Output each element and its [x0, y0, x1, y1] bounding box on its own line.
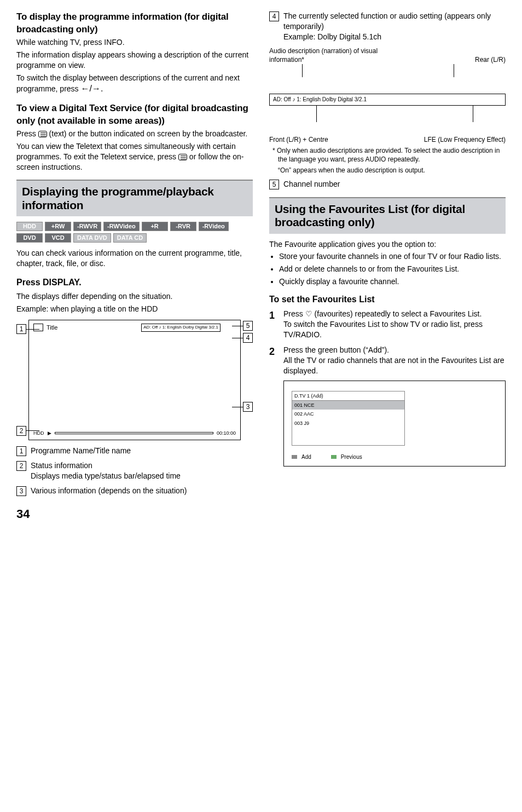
- dolby-label-rear: Rear (L/R): [475, 55, 506, 64]
- heading-press-display: Press DISPLAY.: [16, 277, 253, 289]
- text-fragment: To switch the display between descriptio…: [16, 73, 240, 94]
- section-banner: Displaying the programme/playback inform…: [16, 180, 253, 216]
- item-number-3: 3: [16, 486, 26, 496]
- badge-vcd: VCD: [45, 233, 71, 243]
- callout-1: 1: [16, 324, 26, 334]
- display-diagram: Title AD: Off ♪ 1: English Dolby Digital…: [28, 320, 241, 440]
- green-button-icon: [292, 455, 297, 459]
- item-2-title: Status information: [31, 460, 253, 471]
- text: You can check various information on the…: [16, 248, 253, 269]
- favourites-add-label: Add: [301, 453, 311, 461]
- text: Example: when playing a title on the HDD: [16, 304, 253, 314]
- text-fragment: Press: [16, 129, 38, 138]
- step-1-text-a: Press: [283, 309, 305, 318]
- text: While watching TV, press INFO.: [16, 37, 253, 48]
- diagram-audio-info: AD: Off ♪ 1: English Dolby Digital 3/2.1: [141, 324, 221, 332]
- page-number: 34: [0, 506, 522, 533]
- badge-datadvd: DATA DVD: [73, 233, 111, 243]
- favourites-list-header: D.TV 1 (Add): [292, 391, 404, 401]
- item-4-text: The currently selected function or audio…: [283, 11, 506, 32]
- step-1-text-c: To switch the Favourites List to show TV…: [283, 319, 506, 340]
- footnote-audio-description: * Only when audio descriptions are provi…: [269, 146, 506, 164]
- diagram-title-label: Title: [47, 324, 57, 332]
- item-number-2: 2: [16, 461, 26, 471]
- bullet-item: Quickly display a favourite channel.: [279, 277, 506, 287]
- step-1-text-b: (favourites) repeatedly to select a Favo…: [312, 309, 482, 318]
- favourites-screenshot: D.TV 1 (Add) 001 NCE 002 AAC 003 J9 Add …: [283, 381, 506, 467]
- badge-dvd: DVD: [16, 233, 43, 243]
- heading-digital-text-service: To view a Digital Text Service (for digi…: [16, 102, 253, 128]
- step-2-text-b: All the TV or radio channels that are no…: [283, 355, 506, 376]
- teletext-icon: [38, 131, 47, 137]
- callout-5: 5: [243, 321, 253, 331]
- badge-rvideo: -RVideo: [199, 222, 229, 231]
- dolby-audio-box: AD: Off ♪ 1: English Dolby Digital 3/2.1: [269, 94, 506, 106]
- text: The displays differ depending on the sit…: [16, 291, 253, 302]
- lead-line: [232, 338, 243, 338]
- callout-2: 2: [16, 426, 26, 436]
- lead-line: [454, 64, 454, 77]
- previous-button-icon: [331, 455, 337, 459]
- lead-line: [473, 106, 473, 122]
- footnote-on-appears: “On” appears when the audio description …: [269, 166, 506, 175]
- lead-line: [232, 407, 243, 407]
- favourites-heart-icon: [305, 309, 312, 318]
- text: You can view the Teletext that comes sim…: [16, 141, 253, 172]
- lead-line: [26, 329, 39, 330]
- text: To switch the display between descriptio…: [16, 73, 253, 95]
- title-list-icon: [33, 324, 43, 331]
- arrow-keys-icon: ←/→.: [80, 84, 103, 93]
- text: The Favourite application gives you the …: [269, 239, 506, 250]
- dolby-label-lfe: LFE (Low Frequency Effect): [424, 135, 506, 144]
- favourites-row-empty: [292, 428, 404, 436]
- callout-3: 3: [243, 402, 253, 412]
- lead-line: [302, 64, 303, 77]
- diagram-elapsed-time: 00:10:00: [217, 430, 236, 436]
- dolby-diagram: Audio description (narration) of visual …: [269, 47, 506, 144]
- dolby-label-front-centre: Front (L/R) + Centre: [269, 135, 328, 144]
- callout-4: 4: [243, 333, 253, 343]
- text: Press (text) or the button indicated on …: [16, 129, 253, 139]
- play-icon: ▶: [48, 430, 51, 436]
- badge-datacd: DATA CD: [113, 233, 147, 243]
- lead-line: [232, 326, 243, 326]
- bullet-item: Add or delete channels to or from the Fa…: [279, 264, 506, 274]
- progress-bar: [55, 432, 213, 434]
- banner-title: Using the Favourites List (for digital b…: [275, 203, 500, 229]
- item-number-5: 5: [269, 180, 279, 189]
- text-fragment: (text) or the button indicated on screen…: [47, 129, 248, 138]
- favourites-row-selected: 001 NCE: [292, 401, 404, 410]
- heading-display-programme-info: To display the programme information (fo…: [16, 11, 253, 36]
- banner-title: Displaying the programme/playback inform…: [22, 185, 247, 211]
- item-3-text: Various information (depends on the situ…: [31, 486, 253, 496]
- lead-line: [26, 430, 39, 431]
- media-badges-group: HDD +RW -RWVR -RWVideo +R -RVR -RVideo D…: [16, 222, 253, 243]
- badge-rwvr: -RWVR: [73, 222, 101, 231]
- item-number-4: 4: [269, 11, 279, 21]
- badge-plus-r: +R: [142, 222, 168, 231]
- dolby-label-audio-description: Audio description (narration) of visual …: [269, 47, 399, 64]
- item-number-1: 1: [16, 446, 26, 456]
- bullet-item: Store your favourite channels in one of …: [279, 251, 506, 262]
- favourites-row-empty: [292, 436, 404, 445]
- text: The information display appears showing …: [16, 50, 253, 71]
- badge-rvr: -RVR: [170, 222, 196, 231]
- item-2-desc: Displays media type/status bar/elapsed t…: [31, 471, 253, 481]
- teletext-icon: [178, 154, 187, 160]
- badge-rwvideo: -RWVideo: [103, 222, 140, 231]
- favourites-row: 002 AAC: [292, 410, 404, 418]
- favourites-row: 003 J9: [292, 419, 404, 428]
- item-1-text: Programme Name/Title name: [31, 446, 253, 456]
- lead-line: [316, 106, 317, 122]
- item-5-text: Channel number: [283, 179, 506, 189]
- step-number-1: 1: [269, 309, 278, 322]
- item-4-example: Example: Dolby Digital 5.1ch: [283, 32, 506, 42]
- step-number-2: 2: [269, 345, 278, 358]
- heading-set-favourites: To set the Favourites List: [269, 293, 506, 306]
- badge-plus-rw: +RW: [45, 222, 71, 231]
- badge-hdd: HDD: [16, 222, 43, 231]
- section-banner: Using the Favourites List (for digital b…: [269, 197, 506, 233]
- step-2-text-a: Press the green button (“Add”).: [283, 345, 506, 355]
- favourites-previous-label: Previous: [341, 453, 362, 461]
